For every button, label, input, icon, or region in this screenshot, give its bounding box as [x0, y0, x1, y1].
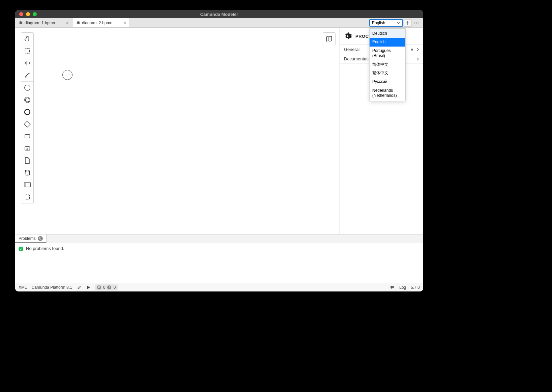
bpmn-start-event[interactable]	[62, 70, 72, 80]
svg-point-15	[25, 170, 29, 172]
language-option[interactable]: Русский	[370, 78, 405, 86]
language-select[interactable]: English	[369, 19, 403, 27]
dot-indicator-icon	[411, 49, 413, 51]
tool-palette	[21, 32, 34, 203]
minimize-window-button[interactable]	[26, 12, 30, 16]
error-icon: ✕	[97, 285, 101, 289]
titlebar: Camunda Modeler	[15, 10, 423, 18]
traffic-lights	[15, 12, 37, 16]
end-event-tool[interactable]	[21, 106, 33, 118]
svg-point-9	[25, 98, 29, 102]
problems-message: No problems found.	[26, 246, 64, 251]
svg-rect-3	[25, 49, 29, 53]
check-icon: ✓	[19, 247, 23, 251]
tabbar-actions: English Deutsch English Português (Brasi…	[369, 18, 423, 27]
close-window-button[interactable]	[19, 12, 23, 16]
task-tool[interactable]	[21, 130, 33, 142]
run-button[interactable]	[86, 285, 90, 289]
svg-rect-12	[25, 135, 30, 138]
new-tab-button[interactable]	[404, 19, 412, 27]
svg-point-2	[418, 22, 419, 23]
svg-point-5	[26, 76, 27, 77]
maximize-window-button[interactable]	[33, 12, 37, 16]
tab-diagram-2[interactable]: diagram_2.bpmn ×	[72, 18, 130, 27]
subprocess-tool[interactable]	[21, 142, 33, 155]
gateway-tool[interactable]	[21, 118, 33, 130]
more-button[interactable]	[412, 19, 420, 27]
data-store-tool[interactable]	[21, 167, 33, 179]
process-icon	[343, 32, 352, 40]
svg-rect-18	[25, 195, 29, 199]
problems-panel: ✓ No problems found.	[15, 243, 423, 283]
gear-icon	[18, 21, 23, 25]
xml-toggle[interactable]: XML	[19, 285, 27, 290]
tab-diagram-1[interactable]: diagram_1.bpmn ×	[15, 18, 72, 27]
data-object-tool[interactable]	[21, 155, 33, 167]
window-title: Camunda Modeler	[15, 12, 423, 17]
group-label: General	[344, 47, 359, 52]
close-tab-button[interactable]: ×	[65, 21, 69, 25]
language-option[interactable]: Português (Brasil)	[370, 47, 405, 60]
intermediate-event-tool[interactable]	[21, 94, 33, 106]
global-connect-tool[interactable]	[21, 69, 33, 81]
tab-label: diagram_2.bpmn	[82, 21, 112, 25]
participant-tool[interactable]	[21, 179, 33, 191]
error-count: 0	[103, 285, 106, 290]
group-tool[interactable]	[21, 191, 33, 203]
app-window: Camunda Modeler diagram_1.bpmn × diagram…	[15, 10, 423, 291]
tabbar: diagram_1.bpmn × diagram_2.bpmn × Englis…	[15, 18, 423, 28]
language-option[interactable]: Deutsch	[370, 29, 405, 38]
svg-rect-16	[24, 183, 30, 187]
canvas[interactable]	[15, 28, 340, 234]
log-button[interactable]: Log	[399, 285, 406, 290]
chevron-down-icon	[397, 21, 400, 25]
chevron-right-icon	[416, 48, 419, 51]
lasso-tool[interactable]	[21, 45, 33, 57]
feedback-button[interactable]	[390, 285, 395, 290]
chevron-right-icon	[416, 57, 419, 61]
svg-point-1	[416, 22, 417, 23]
language-option[interactable]: 繁体中文	[370, 69, 405, 78]
deploy-button[interactable]	[77, 285, 82, 290]
minimap-toggle[interactable]	[323, 32, 336, 45]
svg-rect-11	[24, 121, 30, 127]
svg-point-7	[25, 85, 30, 91]
svg-point-6	[27, 75, 27, 76]
language-option[interactable]: English	[370, 38, 405, 47]
problems-tab[interactable]: Problems 0	[15, 234, 47, 243]
svg-point-10	[25, 109, 30, 115]
language-option[interactable]: 简体中文	[370, 60, 405, 69]
platform-label[interactable]: Camunda Platform 8.1	[32, 285, 72, 290]
language-option[interactable]: Nederlands (Netherlands)	[370, 86, 405, 100]
close-tab-button[interactable]: ×	[123, 21, 127, 25]
tab-label: diagram_1.bpmn	[25, 21, 55, 25]
svg-point-4	[25, 77, 26, 78]
language-dropdown: Deutsch English Português (Brasil) 简体中文 …	[369, 28, 406, 101]
svg-rect-13	[25, 147, 30, 150]
problems-count-badge: 0	[38, 236, 43, 241]
gear-icon	[75, 21, 80, 25]
svg-point-0	[414, 22, 415, 23]
problems-bar: Problems 0	[15, 234, 423, 243]
content-area: PROCESS General Documentation	[15, 28, 423, 234]
statusbar: XML Camunda Platform 8.1 ✕ 0 ! 0 Log 5.7…	[15, 283, 423, 291]
version-label: 5.7.0	[411, 285, 420, 290]
hand-tool[interactable]	[21, 33, 33, 45]
problems-summary[interactable]: ✕ 0 ! 0	[95, 284, 118, 290]
problems-tab-label: Problems	[19, 236, 36, 241]
start-event-tool[interactable]	[21, 82, 33, 94]
language-selected: English	[372, 21, 385, 25]
warning-count: 0	[113, 285, 116, 290]
space-tool[interactable]	[21, 57, 33, 69]
warning-icon: !	[107, 285, 111, 289]
